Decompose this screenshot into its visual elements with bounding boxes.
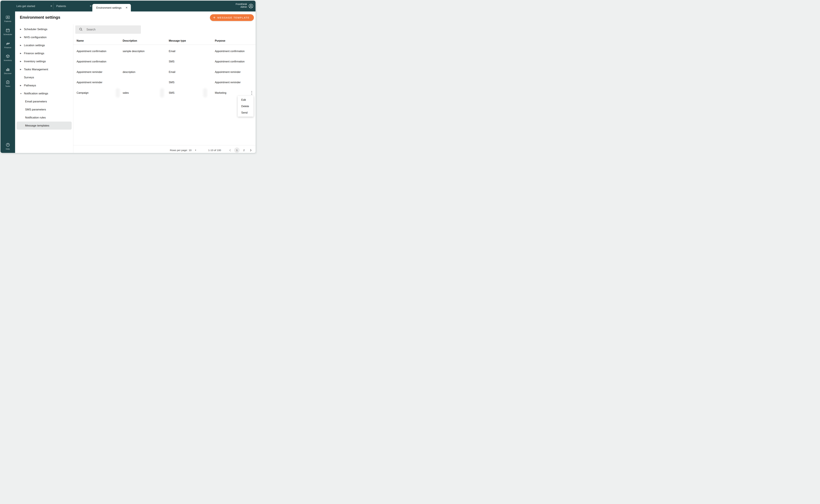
menu-item-delete[interactable]: Delete [238,103,254,109]
tab-lets-get-started[interactable]: Lets get started [16,1,53,11]
chevron-right-icon[interactable] [20,52,24,54]
tree-item-label: Inventory settings [24,60,46,63]
tree-item-finance-settings[interactable]: Finance settings [17,49,72,57]
sidebar-item-label: Finance [4,47,11,48]
chevron-right-icon[interactable] [20,28,24,30]
sidebar-item-tasks[interactable]: Tasks [0,80,15,87]
sidebar-item-patients[interactable]: Patients [0,15,15,22]
account-app-name: FrontDesk [236,2,247,6]
chevron-right-icon[interactable] [20,36,24,38]
cell-name: Appointment reminder [77,71,123,74]
tree-item-label: Tasks Management [24,68,48,71]
chevron-right-icon[interactable] [20,84,24,87]
close-icon[interactable] [125,6,128,10]
tree-item-inventory-settings[interactable]: Inventory settings [17,57,72,65]
tab-patients[interactable]: Patients [55,1,92,11]
cell-message-type: SMS [169,60,215,63]
table-row[interactable]: Appointment reminder SMS Appointment rem… [73,77,256,88]
dropdown-caret-icon[interactable] [195,149,196,151]
column-header-description: Description [123,39,169,42]
tree-item-label: Finance settings [24,52,44,55]
tree-item-scheduler-settings[interactable]: Scheduler Settings [17,25,72,33]
sidebar-item-inventory[interactable]: Inventory [0,54,15,61]
tree-item-label: NHS configuration [24,36,47,39]
cell-message-type: Email [169,71,215,74]
table-row[interactable]: Appointment confirmation sample descript… [73,46,256,57]
previous-page-icon[interactable] [228,148,233,153]
shimmer-artifact [160,88,164,98]
tree-item-message-templates[interactable]: Message templates [17,122,72,130]
chevron-right-icon[interactable] [20,68,24,70]
chevron-right-icon[interactable] [20,60,24,62]
menu-item-send[interactable]: Send [238,109,254,116]
sidebar-item-finance[interactable]: Finance [0,41,15,48]
rows-per-page[interactable]: Rows per page: 10 [170,149,196,152]
sidebar-item-discover[interactable]: Discover [0,67,15,74]
close-icon[interactable] [49,4,53,8]
account-name: FrontDesk Admin [236,2,247,9]
sidebar-item-scheduler[interactable]: Scheduler [0,28,15,35]
cell-purpose: Appointment confirmation [215,50,256,53]
tree-item-notification-settings[interactable]: Notification settings [17,89,72,97]
close-icon[interactable] [89,4,92,8]
row-context-menu: Edit Delete Send [238,96,254,117]
sidebar-item-label: Scheduler [3,33,12,35]
content: Environment settings + MESSAGE TEMPLATE … [15,11,256,153]
tree-item-label: Notification settings [24,92,48,95]
tree-item-pathways[interactable]: Pathways [17,81,72,89]
tree-item-label: Surveys [24,76,34,79]
table-row[interactable]: Appointment confirmation SMS Appointment… [73,57,256,67]
row-actions-kebab-icon[interactable] [250,90,254,95]
tree-item-label: Pathways [24,84,36,87]
top-bar: Lets get started Patients Environment se… [15,1,256,11]
cell-message-type: Email [169,50,215,53]
sidebar-item-label: Patients [4,20,11,22]
tree-item-nhs-configuration[interactable]: NHS configuration [17,33,72,41]
page-button-1[interactable]: 1 [234,147,240,153]
tree-item-label: Notification rules [25,116,46,119]
message-templates-panel: Name Description Message type Purpose Ap… [73,11,256,153]
tree-item-notification-rules[interactable]: Notification rules [17,114,72,122]
account-role: Admin [236,6,247,9]
search-input[interactable] [86,28,136,31]
page-title: Environment settings [20,15,60,20]
bar-chart-icon [6,67,10,72]
tab-environment-settings[interactable]: Environment settings [92,4,131,11]
chevron-down-icon[interactable] [20,93,24,95]
tree-item-label: SMS parameters [25,108,46,111]
tree-item-tasks-management[interactable]: Tasks Management [17,65,72,73]
next-page-icon[interactable] [248,148,253,153]
sidebar-item-label: Discover [4,72,11,74]
table-row[interactable]: Campaign sales SMS Marketing [73,88,256,98]
menu-item-edit[interactable]: Edit [238,97,254,103]
column-header-name: Name [77,39,123,42]
table-row[interactable]: Appointment reminder description Email A… [73,67,256,77]
cell-name: Appointment reminder [77,81,123,84]
tree-item-sms-parameters[interactable]: SMS parameters [17,106,72,114]
table-body: Appointment confirmation sample descript… [73,46,256,98]
account-avatar-icon[interactable] [248,3,254,9]
search-box[interactable] [75,25,141,34]
calendar-icon [6,28,10,33]
cell-message-type: SMS [169,91,215,94]
cell-name: Appointment confirmation [77,50,123,53]
screen: Patients Scheduler [0,0,257,154]
sidebar: Patients Scheduler [0,1,15,153]
sidebar-item-help[interactable]: Help [0,143,15,150]
settings-tree: Scheduler Settings NHS configuration Loc… [15,24,73,153]
tree-item-label: Scheduler Settings [24,28,47,31]
chevron-right-icon[interactable] [20,44,24,46]
tree-item-surveys[interactable]: Surveys [17,73,72,81]
column-header-purpose: Purpose [215,39,256,42]
cell-name: Appointment confirmation [77,60,123,63]
page-button-2[interactable]: 2 [241,147,247,153]
tree-item-location-settings[interactable]: Location settings [17,41,72,49]
shimmer-artifact [116,88,120,98]
clipboard-check-icon [6,80,10,84]
tree-item-email-parameters[interactable]: Email parameters [17,97,72,106]
cell-purpose: Appointment reminder [215,81,256,84]
sidebar-item-label: Inventory [4,59,12,61]
tree-item-label: Location settings [24,44,45,47]
cell-purpose: Appointment reminder [215,71,256,74]
column-header-message-type: Message type [169,39,215,42]
